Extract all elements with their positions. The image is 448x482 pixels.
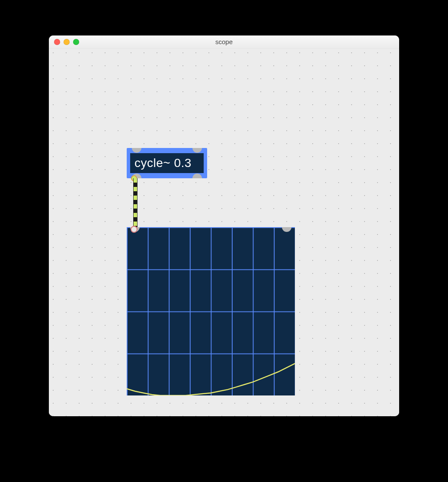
object-body[interactable]: cycle~ 0.3 — [130, 153, 204, 173]
object-text: cycle~ 0.3 — [134, 156, 192, 170]
outlet-port-icon[interactable] — [192, 174, 202, 178]
inlet-ring-icon[interactable] — [131, 226, 138, 233]
scope-waveform — [127, 227, 295, 395]
app-window: scope cycle~ 0.3 — [49, 35, 399, 416]
minimize-icon[interactable] — [64, 39, 70, 45]
inlet-port-icon[interactable] — [192, 148, 202, 153]
patcher-canvas[interactable]: cycle~ 0.3 — [49, 48, 399, 416]
close-icon[interactable] — [54, 39, 60, 45]
zoom-icon[interactable] — [73, 39, 79, 45]
window-title: scope — [49, 38, 399, 45]
object-scope[interactable] — [127, 227, 295, 395]
traffic-lights — [49, 39, 79, 45]
patch-cord[interactable] — [133, 178, 138, 230]
titlebar[interactable]: scope — [49, 35, 399, 48]
inlet-port-icon[interactable] — [132, 148, 141, 153]
object-cycle[interactable]: cycle~ 0.3 — [127, 148, 207, 178]
